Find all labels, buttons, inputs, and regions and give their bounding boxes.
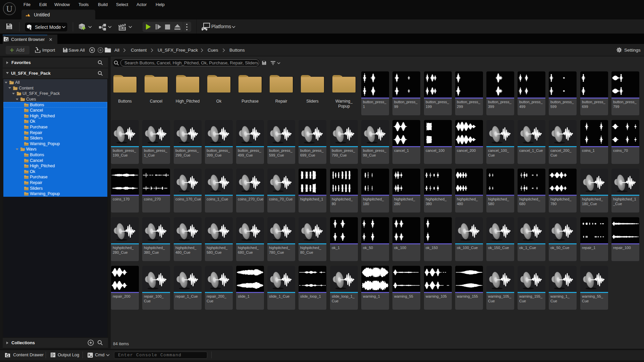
svg-text:U: U bbox=[6, 4, 13, 14]
